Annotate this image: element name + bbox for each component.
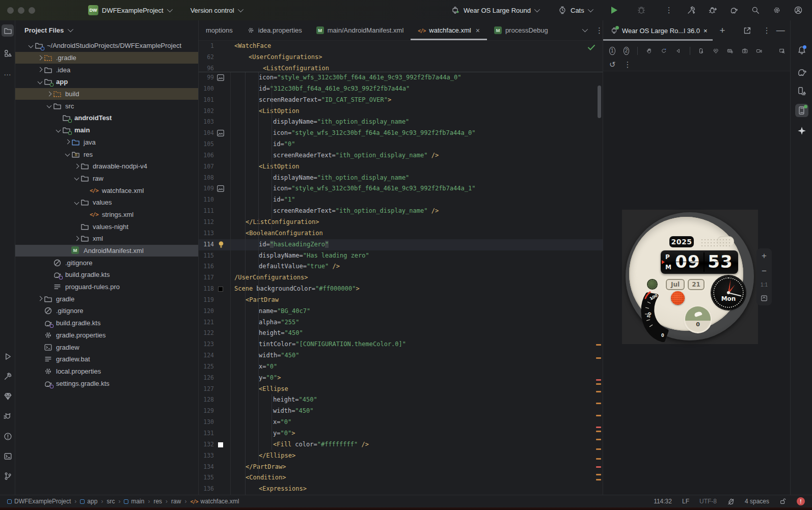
tree-item-xml[interactable]: xml: [15, 233, 198, 245]
warning-stripe-mark[interactable]: [596, 431, 601, 432]
caret-position[interactable]: 114:32: [654, 498, 672, 505]
code-line-117[interactable]: 117/UserConfigurations>: [199, 272, 603, 284]
resource-manager-tool-button[interactable]: [2, 47, 14, 59]
breadcrumb-raw[interactable]: raw: [171, 498, 181, 505]
code-line-128[interactable]: 128height="450": [199, 394, 603, 406]
run-tool-button[interactable]: [2, 350, 14, 362]
error-stripe-mark[interactable]: [596, 427, 601, 428]
file-encoding[interactable]: UTF-8: [699, 498, 717, 505]
image-resource-icon[interactable]: [217, 74, 224, 81]
tree-item-res[interactable]: res: [15, 148, 198, 160]
tree-item-build[interactable]: build: [15, 88, 198, 100]
code-line-101[interactable]: 101screenReaderText="ID_CAT_STEP_OVER">: [199, 95, 603, 106]
profiler-icon[interactable]: [708, 6, 717, 15]
code-line-96[interactable]: 96<ListConfiguration: [199, 63, 603, 74]
tree-chevron-icon[interactable]: [72, 235, 80, 243]
tree-chevron-icon[interactable]: [72, 199, 80, 207]
code-line-136[interactable]: 136<Expressions>: [199, 484, 603, 495]
code-line-130[interactable]: 130x="0": [199, 417, 603, 428]
tree-item-values[interactable]: values: [15, 196, 198, 209]
editor-tab-processDebug[interactable]: MprocessDebug: [487, 20, 555, 40]
code-line-131[interactable]: 131y="0">: [199, 428, 603, 439]
line-separator[interactable]: LF: [682, 498, 689, 505]
device-selector[interactable]: Wear OS Large Round: [451, 6, 538, 15]
code-line-111[interactable]: 111screenReaderText="ith_option_display_…: [199, 206, 603, 217]
tree-item-build.gradle.kts[interactable]: build.gradle.kts: [15, 317, 198, 329]
editor-tab-idea.properties[interactable]: idea.properties: [240, 20, 309, 40]
code-line-109[interactable]: 109icon="style_wfs_312c30bf_f64a_461e_9c…: [199, 183, 603, 194]
build-tool-button[interactable]: [2, 370, 14, 382]
button-2-icon[interactable]: 2: [624, 47, 630, 55]
tree-item-app[interactable]: app: [15, 76, 198, 88]
code-line-125[interactable]: 125x="0": [199, 361, 603, 373]
error-indicator[interactable]: !: [797, 497, 805, 505]
code-line-133[interactable]: 133</Ellipse>: [199, 450, 603, 462]
tree-item-AndroidManifest.xml[interactable]: MAndroidManifest.xml: [15, 245, 198, 257]
breadcrumb-DWFExampleProject[interactable]: DWFExampleProject: [7, 498, 71, 505]
window-zoom-button[interactable]: [29, 7, 35, 14]
error-stripe-mark[interactable]: [596, 379, 601, 381]
tree-chevron-icon[interactable]: [63, 150, 71, 158]
indent-setting[interactable]: 4 spaces: [745, 498, 769, 505]
tree-item-drawable-nodpi-v4[interactable]: drawable-nodpi-v4: [15, 160, 198, 173]
tree-item-raw[interactable]: raw: [15, 173, 198, 185]
code-line-116[interactable]: 116defaultValue="true" />: [199, 261, 603, 272]
code-line-105[interactable]: 105id="0": [199, 139, 603, 150]
tree-chevron-icon[interactable]: [45, 102, 53, 110]
project-widget[interactable]: DW DWFExampleProject: [88, 5, 171, 15]
editor-tab-moptions[interactable]: moptions: [199, 20, 240, 40]
rotate-device-icon[interactable]: [661, 46, 667, 55]
tree-item-src[interactable]: src: [15, 100, 198, 112]
code-line-118[interactable]: 118Scene backgroundColor="#ff000000">: [199, 284, 603, 295]
image-resource-icon[interactable]: [217, 130, 224, 136]
breadcrumb-main[interactable]: main: [124, 498, 144, 505]
code-line-122[interactable]: 122height="450": [199, 328, 603, 339]
code-line-108[interactable]: 108displayName="ith_option_display_name": [199, 173, 603, 184]
warning-stripe-mark[interactable]: [596, 474, 601, 475]
tree-item-values-night[interactable]: values-night: [15, 220, 198, 233]
problems-tool-button[interactable]: [2, 430, 14, 442]
notifications-tool-button[interactable]: [795, 44, 808, 57]
back-button-icon[interactable]: [675, 46, 681, 55]
account-avatar-icon[interactable]: [794, 6, 803, 15]
code-line-126[interactable]: 126y="0">: [199, 373, 603, 384]
fit-to-screen-icon[interactable]: [761, 295, 768, 302]
editor-scrollbar[interactable]: [598, 86, 601, 118]
code-line-114[interactable]: 114id="hasLeadingZero": [199, 239, 603, 250]
tree-item-gradle.properties[interactable]: gradle.properties: [15, 329, 198, 342]
zoom-out-button[interactable]: −: [762, 267, 767, 275]
tree-chevron-icon[interactable]: [36, 78, 44, 86]
run-config-selector[interactable]: Cats: [558, 6, 592, 15]
tree-item-watchface.xml[interactable]: </>watchface.xml: [15, 184, 198, 196]
hide-panel-button[interactable]: —: [776, 25, 785, 36]
warning-stripe-mark[interactable]: [596, 439, 601, 440]
warning-stripe-mark[interactable]: [596, 415, 601, 416]
tree-chevron-icon[interactable]: [26, 42, 35, 50]
zoom-ratio-label[interactable]: 1:1: [761, 282, 768, 288]
warning-stripe-mark[interactable]: [596, 391, 601, 392]
code-line-134[interactable]: 134</PartDraw>: [199, 462, 603, 473]
tree-chevron-icon[interactable]: [45, 90, 53, 98]
device-tab[interactable]: Wear OS Large Ro...l 36.0 ×: [603, 20, 713, 41]
unlocked-icon[interactable]: [779, 498, 787, 505]
editor-tab-main-AndroidManifest.xml[interactable]: Mmain/AndroidManifest.xml: [309, 20, 411, 40]
tree-chevron-icon[interactable]: [36, 54, 44, 62]
color-swatch-white[interactable]: [218, 442, 223, 447]
code-line-102[interactable]: 102<ListOption: [199, 106, 603, 117]
screen-record-icon[interactable]: [756, 46, 762, 55]
gradle-sync-icon[interactable]: [729, 6, 739, 15]
app-quality-insights-tool-button[interactable]: [2, 390, 14, 402]
code-line-129[interactable]: 129width="450": [199, 406, 603, 417]
screenshot-icon[interactable]: [742, 46, 748, 55]
tree-item-settings.gradle.kts[interactable]: settings.gradle.kts: [15, 377, 198, 389]
close-icon[interactable]: ×: [476, 26, 480, 35]
tree-item-main[interactable]: main: [15, 124, 198, 136]
warning-stripe-mark[interactable]: [596, 344, 601, 346]
device-screen[interactable]: 2025 PM 09 53 Jul 21: [622, 210, 758, 344]
code-line-123[interactable]: 123tintColor="[CONFIGURATION.themeColor.…: [199, 339, 603, 350]
tab-options-kebab-icon[interactable]: ⋮: [596, 29, 599, 32]
tree-item-proguard-rules.pro[interactable]: proguard-rules.pro: [15, 281, 198, 293]
warning-stripe-mark[interactable]: [596, 479, 601, 480]
code-line-110[interactable]: 110id="1": [199, 194, 603, 206]
add-device-tab-button[interactable]: +: [720, 25, 725, 36]
